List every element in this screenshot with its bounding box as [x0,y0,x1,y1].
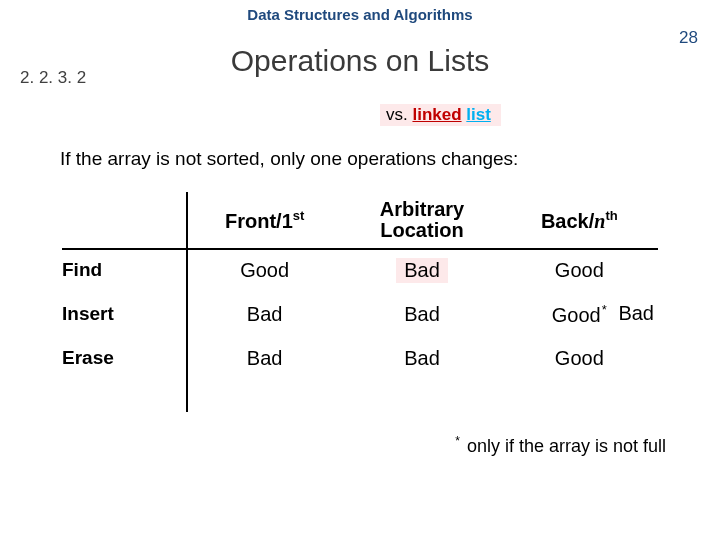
row-find-arb: Bad [343,258,500,283]
header-front: Front/1st [186,208,343,233]
header-arbitrary: Arbitrary Location [343,199,500,241]
row-insert: Insert Bad Bad Good* Bad [62,292,658,336]
header-front-sup: st [293,208,305,223]
row-erase-arb: Bad [343,347,500,370]
header-back-prefix: Back/ [541,209,594,231]
row-insert-back-star: * [602,302,607,317]
header-back-sup: th [605,208,617,223]
header-back-n: n [594,209,605,231]
operations-table: Front/1st Arbitrary Location Back/nth Fi… [62,192,658,380]
course-title: Data Structures and Algorithms [0,6,720,23]
row-erase-back: Good [501,347,658,370]
table-header-row: Front/1st Arbitrary Location Back/nth [62,192,658,248]
footnote: * only if the array is not full [454,434,666,457]
row-find: Find Good Bad Good [62,248,658,292]
row-find-front: Good [186,259,343,282]
table-vertical-rule [186,192,188,412]
footnote-star: * [455,434,460,448]
vs-prefix: vs. [386,105,412,124]
row-insert-back-main: Good [552,303,601,325]
table-horizontal-rule [62,248,658,250]
row-find-arb-highlight: Bad [396,258,448,283]
row-insert-back-aside: Bad [618,302,654,325]
header-arbitrary-l1: Arbitrary [343,199,500,220]
row-erase: Erase Bad Bad Good [62,336,658,380]
row-insert-back: Good* Bad [501,302,658,327]
header-front-text: Front/1 [225,209,293,231]
row-find-label: Find [62,259,186,281]
row-find-back: Good [501,259,658,282]
row-insert-label: Insert [62,303,186,325]
vs-linked: linked [412,105,461,124]
lead-text: If the array is not sorted, only one ope… [60,148,518,170]
header-back: Back/nth [501,208,658,233]
row-insert-arb: Bad [343,303,500,326]
header-arbitrary-l2: Location [343,220,500,241]
row-erase-front: Bad [186,347,343,370]
vs-linked-list-label: vs. linked list [380,104,501,126]
slide-title: Operations on Lists [0,44,720,78]
row-erase-label: Erase [62,347,186,369]
footnote-text: only if the array is not full [462,436,666,456]
row-insert-front: Bad [186,303,343,326]
vs-list: list [466,105,491,124]
